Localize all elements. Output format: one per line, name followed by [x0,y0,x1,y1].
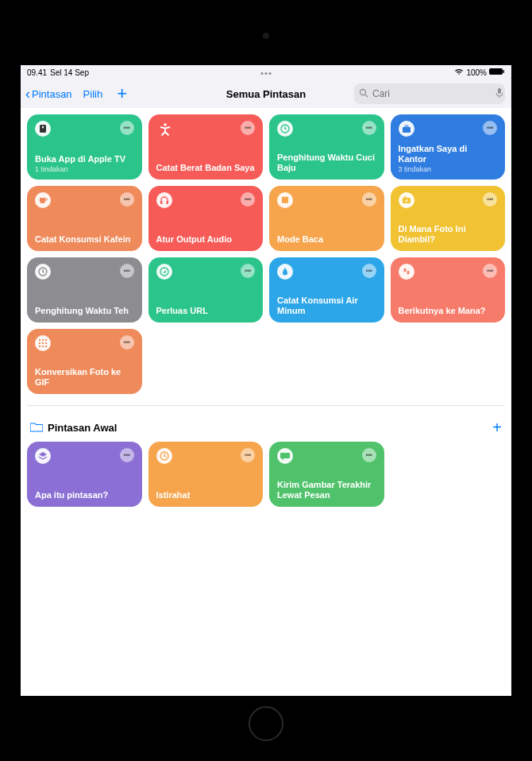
book-icon [277,192,293,208]
more-icon[interactable]: ••• [362,121,376,135]
shortcut-title: Catat Berat Badan Saya [156,163,256,173]
svg-rect-10 [405,126,408,127]
status-time: 09.41 [27,68,47,77]
shortcut-title: Ingatkan Saya di Kantor [399,144,498,164]
svg-rect-28 [45,346,47,347]
svg-point-7 [164,123,167,126]
shortcuts-grid: •••Buka App di Apple TV1 tindakan•••Cata… [27,114,505,394]
nav-bar: ‹ Pintasan Pilih + Semua Pintasan [21,79,511,108]
svg-rect-12 [166,201,168,204]
shortcut-card[interactable]: •••Catat Konsumsi Kafein [27,186,142,251]
svg-rect-11 [160,201,163,204]
svg-rect-24 [42,342,44,344]
more-icon[interactable]: ••• [120,264,134,278]
shortcut-title: Penghitung Waktu Teh [35,306,134,316]
shortcut-card[interactable]: •••Penghitung Waktu Teh [27,257,142,323]
svg-point-18 [403,268,406,272]
page-title: Semua Pintasan [226,88,306,100]
more-icon[interactable]: ••• [483,264,497,278]
svg-rect-9 [403,127,411,133]
search-bar[interactable] [354,83,505,104]
svg-rect-21 [42,339,44,341]
svg-point-14 [405,199,408,203]
svg-rect-27 [42,346,44,347]
shortcut-title: Catat Konsumsi Air Minum [277,296,376,316]
more-icon[interactable]: ••• [241,448,255,462]
shortcut-card[interactable]: •••Apa itu pintasan? [27,442,142,507]
section-add-button[interactable]: + [492,419,502,437]
more-icon[interactable]: ••• [483,192,497,207]
headphones-icon [156,192,172,208]
shortcut-card[interactable]: •••Istirahat [148,442,264,507]
shortcut-card[interactable]: •••Konversikan Foto ke GIF [27,329,142,394]
chat-icon [277,448,293,464]
shortcut-card[interactable]: •••Ingatkan Saya di Kantor3 tindakan [391,114,506,180]
clock-icon [35,264,51,280]
status-date: Sel 14 Sep [50,68,89,77]
battery-percent: 100% [466,68,487,77]
status-bar: 09.41 Sel 14 Sep 100% [21,65,511,79]
layers-icon [35,448,51,464]
shortcut-subtitle: 1 tindakan [35,165,134,173]
more-icon[interactable]: ••• [241,192,255,207]
shortcut-card[interactable]: •••Buka App di Apple TV1 tindakan [27,114,142,180]
select-button[interactable]: Pilih [83,88,103,100]
more-icon[interactable]: ••• [362,192,376,207]
more-icon[interactable]: ••• [483,121,497,135]
section-header: Pintasan Awal + [27,405,505,442]
svg-point-2 [360,89,366,95]
screen: 09.41 Sel 14 Sep 100% ‹ Pintasan [21,65,511,696]
more-icon[interactable]: ••• [120,121,134,135]
clock-icon [277,121,293,137]
briefcase-icon [399,121,414,137]
shortcut-card[interactable]: •••Perluas URL [148,257,264,323]
section-title: Pintasan Awal [48,422,488,434]
accessibility-icon [156,121,174,138]
shortcut-card[interactable]: •••Catat Berat Badan Saya [148,114,264,180]
svg-rect-26 [39,346,40,347]
shortcut-title: Mode Baca [277,234,376,245]
svg-rect-1 [503,70,505,73]
water-icon [277,264,293,280]
shortcut-card[interactable]: •••Kirim Gambar Terakhir Lewat Pesan [269,442,384,507]
back-button[interactable]: ‹ Pintasan [25,86,72,102]
shortcut-title: Kirim Gambar Terakhir Lewat Pesan [277,480,376,500]
more-icon[interactable]: ••• [362,264,376,278]
shortcut-title: Apa itu pintasan? [35,490,134,500]
shortcut-card[interactable]: •••Berikutnya ke Mana? [391,257,506,323]
svg-line-3 [365,95,368,97]
starter-shortcuts-grid: •••Apa itu pintasan?•••Istirahat•••Kirim… [27,442,505,507]
shortcut-card[interactable]: •••Atur Output Audio [148,186,264,251]
multitask-dots [261,70,272,75]
search-input[interactable] [372,88,492,99]
add-button[interactable]: + [117,83,127,104]
shortcut-title: Atur Output Audio [156,234,256,245]
more-icon[interactable]: ••• [120,335,134,350]
mic-icon[interactable] [495,87,503,101]
shortcut-card[interactable]: •••Penghitung Waktu Cuci Baju [269,114,384,180]
shortcut-title: Penghitung Waktu Cuci Baju [277,153,376,173]
cup-icon [35,192,51,208]
folder-icon [30,422,43,435]
more-icon[interactable]: ••• [241,264,255,278]
more-icon[interactable]: ••• [120,448,134,462]
svg-rect-22 [45,339,47,341]
shortcut-card[interactable]: •••Di Mana Foto Ini Diambil? [391,186,506,251]
back-label: Pintasan [32,88,72,100]
svg-rect-25 [45,342,47,344]
shortcut-subtitle: 3 tindakan [399,165,498,173]
svg-rect-6 [42,126,44,129]
footprints-icon [399,264,414,280]
ipad-frame: 09.41 Sel 14 Sep 100% ‹ Pintasan [0,0,532,761]
more-icon[interactable]: ••• [241,121,255,135]
more-icon[interactable]: ••• [120,192,134,207]
shortcut-title: Konversikan Foto ke GIF [35,367,134,388]
home-button[interactable] [249,706,283,741]
shortcut-card[interactable]: •••Catat Konsumsi Air Minum [269,257,384,323]
more-icon[interactable]: ••• [362,448,376,462]
appletv-icon [35,121,51,137]
search-icon [359,88,368,100]
shortcut-title: Perluas URL [156,306,256,316]
shortcut-card[interactable]: •••Mode Baca [269,186,384,251]
chevron-left-icon: ‹ [25,86,30,102]
